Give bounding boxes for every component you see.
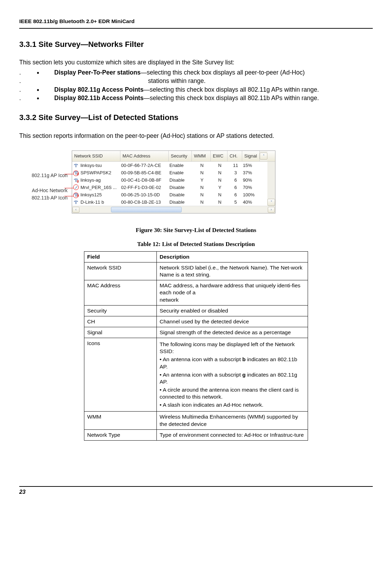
- cell-sig: 90%: [243, 177, 260, 183]
- td-field: Network Type: [84, 429, 157, 440]
- filter-item-rest: —selecting this check box displays all 8…: [144, 94, 319, 101]
- cell-sec: Disable: [169, 184, 192, 191]
- icons-intro: The following icons may be displayed lef…: [160, 341, 305, 355]
- list-body: linksys-tsu 00-0F-66-77-2A-CE Enable N N…: [72, 162, 267, 206]
- scroll-thumb[interactable]: [111, 207, 182, 212]
- cell-sec: Enable: [169, 170, 192, 176]
- list-header: Network SSID MAC Address Security WMM EW…: [72, 151, 275, 162]
- td-field: MAC Address: [84, 280, 157, 305]
- list-row[interactable]: b linksys125 00-06-25-10-15-0D Disable N…: [72, 191, 267, 198]
- filter-item-cont-text: stations within range.: [54, 77, 373, 85]
- cell-wmm: N: [192, 170, 211, 176]
- td-desc: Signal strength of the detected device a…: [157, 327, 308, 338]
- scroll-up-button[interactable]: ˄: [260, 151, 267, 161]
- td-desc: MAC address, a hardware address that uni…: [157, 280, 308, 305]
- cell-mac: 00-80-C8-1B-2E-13: [121, 199, 169, 205]
- td-field: Signal: [84, 327, 157, 338]
- td-desc: Network SSID label (i.e., the Network Na…: [157, 262, 308, 280]
- scroll-down-button[interactable]: ˅: [267, 199, 275, 206]
- cell-ewc: N: [211, 162, 228, 169]
- site-survey-window: Network SSID MAC Address Security WMM EW…: [72, 150, 275, 213]
- col-header-wmm[interactable]: WMM: [192, 151, 211, 161]
- col-header-signal[interactable]: Signal: [242, 151, 260, 161]
- filter-item-rest: —selecting this check box displays all 8…: [144, 86, 319, 93]
- filter-item-text: Display Peer-To-Peer stations—selecting …: [54, 68, 373, 77]
- list-row[interactable]: D-Link-11 b 00-80-C8-1B-2E-13 Disable N …: [72, 198, 267, 206]
- cell-sec: Disable: [169, 199, 192, 205]
- icons-bullet-b: • An antenna icon with a subscript b ind…: [160, 356, 305, 370]
- antenna-icon: [72, 200, 80, 205]
- cell-ch: 6: [228, 192, 243, 198]
- col-header-ch[interactable]: CH.: [227, 151, 242, 161]
- list-row[interactable]: Mrvl_PER_16S ... 02-FF-F1-D3-0E-02 Disab…: [72, 184, 267, 191]
- cell-ch: 6: [228, 177, 243, 183]
- cell-ssid: linksys-tsu: [80, 162, 121, 169]
- adhoc-icon: [72, 184, 80, 191]
- filter-item-11b: . • Display 802.11b Access Points—select…: [19, 94, 373, 103]
- cell-ssid: D-Link-11 b: [80, 199, 121, 205]
- vertical-scrollbar[interactable]: ˅: [267, 162, 275, 206]
- cell-ch: 5: [228, 199, 243, 205]
- page-number: 23: [19, 486, 373, 496]
- bullet-icon: •: [26, 95, 54, 102]
- filter-item-bold: Display 802.11g Access Points: [54, 86, 144, 93]
- running-header: IEEE 802.11b/g Bluetooth 2.0+ EDR MiniCa…: [19, 17, 373, 29]
- antenna-icon: [72, 163, 80, 168]
- cell-mac: 00-09-5B-85-C4-BE: [121, 170, 169, 176]
- leader-dot: .: [19, 68, 26, 77]
- th-description: Description: [157, 251, 308, 262]
- list-row[interactable]: g SPSWPAPSK2 00-09-5B-85-C4-BE Enable N …: [72, 169, 267, 176]
- section-3-3-2-title: 3.3.2 Site Survey—List of Detected Stati…: [19, 112, 373, 123]
- col-header-ssid[interactable]: Network SSID: [72, 151, 120, 161]
- col-header-security[interactable]: Security: [169, 151, 192, 161]
- filter-item-bold: Display 802.11b Access Points: [54, 94, 144, 101]
- th-field: Field: [84, 251, 157, 262]
- filter-item-peer: . • Display Peer-To-Peer stations—select…: [19, 68, 373, 77]
- cell-wmm: N: [192, 192, 211, 198]
- leader-dot: .: [19, 77, 26, 85]
- table-caption: Table 12: List of Detected Stations Desc…: [19, 240, 373, 248]
- col-header-mac[interactable]: MAC Address: [120, 151, 169, 161]
- cell-sig: 15%: [243, 162, 260, 169]
- callout-adhoc: Ad-Hoc Network: [19, 187, 68, 194]
- scroll-left-button[interactable]: ‹: [72, 207, 79, 213]
- section-3-3-2-intro: This section reports information on the …: [19, 132, 373, 140]
- cell-ssid: linksys-ag: [80, 177, 121, 183]
- cell-ch: 11: [228, 162, 243, 169]
- leader-dot: .: [19, 85, 26, 94]
- cell-mac: 00-0F-66-77-2A-CE: [121, 162, 169, 169]
- td-field: Network SSID: [84, 262, 157, 280]
- figure-30: 802.11g AP Icon Ad-Hoc Network 802.11b A…: [19, 150, 373, 213]
- cell-sig: 100%: [243, 192, 260, 198]
- td-field: CH: [84, 316, 157, 327]
- section-3-3-1-intro: This section lets you customize which si…: [19, 58, 373, 67]
- cell-ewc: N: [211, 177, 228, 183]
- section-3-3-1-title: 3.3.1 Site Survey—Networks Filter: [19, 39, 373, 50]
- horizontal-scrollbar[interactable]: ‹ ›: [72, 206, 275, 213]
- callout-11b: 802.11b AP Icon: [19, 194, 68, 202]
- filter-item-peer-cont: . stations within range.: [19, 77, 373, 85]
- td-field: Icons: [84, 338, 157, 412]
- antenna-b-icon: b: [72, 192, 80, 197]
- cell-mac: 02-FF-F1-D3-0E-02: [121, 184, 169, 191]
- filter-item-text: Display 802.11g Access Points—selecting …: [54, 85, 373, 94]
- cell-wmm: N: [192, 162, 211, 169]
- cell-mac: 00-0C-41-D8-0B-8F: [121, 177, 169, 183]
- cell-sec: Disable: [169, 192, 192, 198]
- antenna-g-icon: g: [72, 178, 80, 183]
- td-field: WMM: [84, 412, 157, 429]
- cell-sig: 37%: [243, 170, 260, 176]
- col-header-ewc[interactable]: EWC: [211, 151, 227, 161]
- antenna-g-icon: g: [72, 170, 80, 175]
- figure-callouts: 802.11g AP Icon Ad-Hoc Network 802.11b A…: [19, 150, 68, 202]
- list-row[interactable]: linksys-tsu 00-0F-66-77-2A-CE Enable N N…: [72, 162, 267, 169]
- networks-filter-list: . • Display Peer-To-Peer stations—select…: [19, 68, 373, 103]
- cell-ssid: SPSWPAPSK2: [80, 170, 121, 176]
- scroll-right-button[interactable]: ›: [268, 207, 275, 213]
- td-desc: Wireless Multimedia Enhancements (WMM) s…: [157, 412, 308, 429]
- icons-bullet-slash: • A slash icon indicates an Ad-Hoc netwo…: [160, 401, 305, 408]
- cell-ssid: linksys125: [80, 192, 121, 198]
- detected-stations-table: Field Description Network SSID Network S…: [84, 251, 308, 441]
- list-row[interactable]: g linksys-ag 00-0C-41-D8-0B-8F Disable Y…: [72, 176, 267, 184]
- td-desc: Channel used by the detected device: [157, 316, 308, 327]
